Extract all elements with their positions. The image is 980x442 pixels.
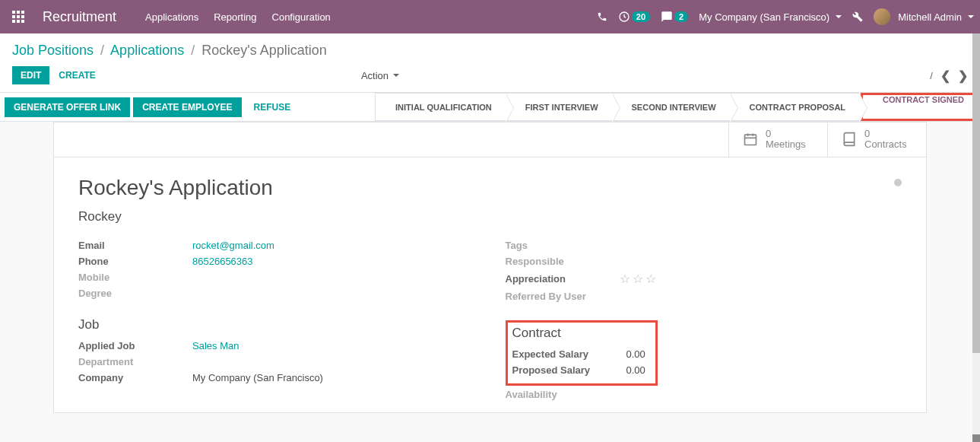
applied-job-label: Applied Job (78, 340, 192, 351)
appreciation-stars[interactable]: ☆ ☆ ☆ (620, 272, 656, 286)
user-menu[interactable]: Mitchell Admin (874, 8, 974, 25)
proposed-salary-label: Proposed Salary (512, 364, 626, 376)
action-label: Action (361, 70, 389, 81)
star-icon[interactable]: ☆ (620, 272, 630, 286)
availability-label: Availability (506, 389, 620, 400)
topbar-right: 20 2 My Company (San Francisco) Mitchell… (597, 8, 974, 25)
activity-badge: 20 (632, 11, 650, 22)
nav-reporting[interactable]: Reporting (214, 11, 256, 23)
stat-meetings[interactable]: 0 Meetings (728, 122, 827, 157)
job-section-title: Job (78, 317, 475, 332)
email-label: Email (78, 240, 192, 251)
responsible-label: Responsible (506, 256, 620, 267)
email-value[interactable]: rocket@gmail.com (192, 240, 274, 251)
top-nav: Applications Reporting Configuration (145, 11, 331, 23)
phone-value[interactable]: 86526656363 (192, 256, 253, 267)
contracts-label: Contracts (864, 139, 907, 150)
stage-pipeline: Initial Qualification First Interview Se… (375, 93, 980, 121)
edit-button[interactable]: Edit (12, 66, 49, 84)
company-value: My Company (San Francisco) (192, 372, 323, 383)
tags-label: Tags (506, 240, 620, 251)
company-selector[interactable]: My Company (San Francisco) (699, 11, 842, 23)
breadcrumb: Job Positions / Applications / Rockey's … (0, 33, 980, 62)
pager: / ❮ ❯ (930, 68, 968, 83)
stage-bar: Generate Offer Link Create Employee Refu… (0, 93, 980, 122)
action-dropdown[interactable]: Action (361, 70, 399, 81)
phone-label: Phone (78, 256, 192, 267)
stat-contracts[interactable]: 0 Contracts (827, 122, 926, 157)
breadcrumb-current: Rockey's Application (201, 43, 327, 58)
chevron-down-icon (968, 15, 974, 18)
app-title: Recruitment (43, 9, 116, 25)
book-icon (842, 132, 857, 147)
stage-contract-signed[interactable]: Contract Signed (863, 95, 978, 104)
highlight-stage: Contract Signed (861, 93, 980, 121)
highlight-contract: Contract Expected Salary 0.00 Proposed S… (506, 320, 658, 386)
scrollbar-thumb[interactable] (972, 33, 980, 353)
user-name: Mitchell Admin (898, 11, 962, 23)
appreciation-label: Appreciation (506, 273, 620, 285)
referred-label: Referred By User (506, 291, 620, 302)
pager-prev[interactable]: ❮ (940, 68, 950, 83)
activity-icon[interactable]: 20 (618, 11, 650, 23)
pager-next[interactable]: ❯ (958, 68, 968, 83)
contract-section-title: Contract (512, 326, 651, 341)
company-name: My Company (San Francisco) (699, 11, 829, 23)
applied-job-value[interactable]: Sales Man (192, 340, 239, 351)
messages-badge: 2 (674, 11, 688, 22)
chevron-down-icon (393, 74, 399, 77)
breadcrumb-applications[interactable]: Applications (110, 43, 184, 58)
page-title: Rockey's Application (78, 176, 902, 200)
department-label: Department (78, 356, 192, 367)
create-button[interactable]: Create (59, 70, 95, 81)
chevron-down-icon (836, 15, 842, 18)
breadcrumb-job-positions[interactable]: Job Positions (12, 43, 94, 58)
generate-offer-button[interactable]: Generate Offer Link (5, 97, 130, 117)
proposed-salary-value: 0.00 (626, 364, 645, 376)
apps-icon[interactable] (6, 5, 30, 29)
meetings-count: 0 (766, 129, 806, 139)
create-employee-button[interactable]: Create Employee (133, 97, 241, 117)
scrollbar[interactable] (972, 33, 980, 428)
topbar: Recruitment Applications Reporting Confi… (0, 0, 980, 33)
kanban-state-icon[interactable] (894, 179, 902, 186)
action-bar: Edit Create Action / ❮ ❯ (0, 62, 980, 93)
mobile-label: Mobile (78, 272, 192, 283)
avatar (874, 8, 890, 25)
calendar-icon (743, 132, 758, 147)
stage-initial-qualification[interactable]: Initial Qualification (375, 93, 506, 121)
expected-salary-label: Expected Salary (512, 348, 626, 360)
star-icon[interactable]: ☆ (645, 272, 656, 286)
contracts-count: 0 (864, 129, 907, 139)
messages-icon[interactable]: 2 (661, 11, 688, 23)
nav-configuration[interactable]: Configuration (272, 11, 331, 23)
nav-applications[interactable]: Applications (145, 11, 198, 23)
expected-salary-value: 0.00 (626, 348, 645, 360)
applicant-name: Rockey (78, 209, 902, 224)
stage-contract-proposal[interactable]: Contract Proposal (730, 93, 860, 121)
star-icon[interactable]: ☆ (633, 272, 643, 286)
phone-icon[interactable] (597, 11, 607, 22)
stage-second-interview[interactable]: Second Interview (612, 93, 730, 121)
company-label: Company (78, 372, 192, 383)
debug-icon[interactable] (852, 11, 863, 22)
pager-sep: / (930, 70, 933, 81)
stage-first-interview[interactable]: First Interview (506, 93, 612, 121)
refuse-button[interactable]: Refuse (254, 102, 291, 113)
svg-rect-1 (745, 135, 756, 145)
record-card: 0 Meetings 0 Contracts Rockey's Applicat… (53, 122, 927, 413)
meetings-label: Meetings (766, 139, 806, 150)
degree-label: Degree (78, 288, 192, 299)
